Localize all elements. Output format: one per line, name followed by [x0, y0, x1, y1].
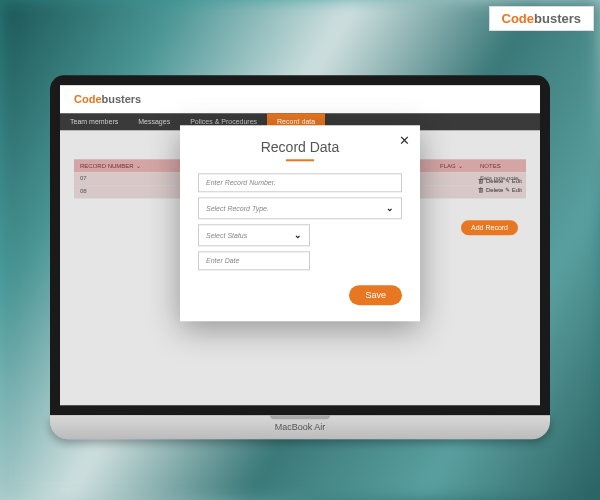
- brand-part1: Code: [502, 11, 535, 26]
- chevron-down-icon: ⌄: [294, 230, 302, 240]
- status-select[interactable]: Select Status ⌄: [198, 224, 310, 246]
- brand-part2: busters: [534, 11, 581, 26]
- app-screen: Codebusters Team members Messages Police…: [60, 85, 540, 405]
- laptop-base: MacBook Air: [50, 415, 550, 439]
- title-underline: [286, 159, 314, 161]
- date-input[interactable]: Enter Date: [198, 251, 310, 270]
- brand-logo-badge: Codebusters: [489, 6, 594, 31]
- close-icon[interactable]: ✕: [399, 133, 410, 148]
- record-type-select[interactable]: Select Record Type. ⌄: [198, 197, 402, 219]
- modal-title: Record Data: [198, 139, 402, 155]
- laptop-mockup: Codebusters Team members Messages Police…: [50, 75, 550, 439]
- save-button[interactable]: Save: [349, 285, 402, 305]
- modal-overlay: ✕ Record Data Enter Record Number. Selec…: [60, 85, 540, 405]
- laptop-label: MacBook Air: [275, 422, 326, 432]
- record-number-input[interactable]: Enter Record Number.: [198, 173, 402, 192]
- record-data-modal: ✕ Record Data Enter Record Number. Selec…: [180, 125, 420, 321]
- chevron-down-icon: ⌄: [386, 203, 394, 213]
